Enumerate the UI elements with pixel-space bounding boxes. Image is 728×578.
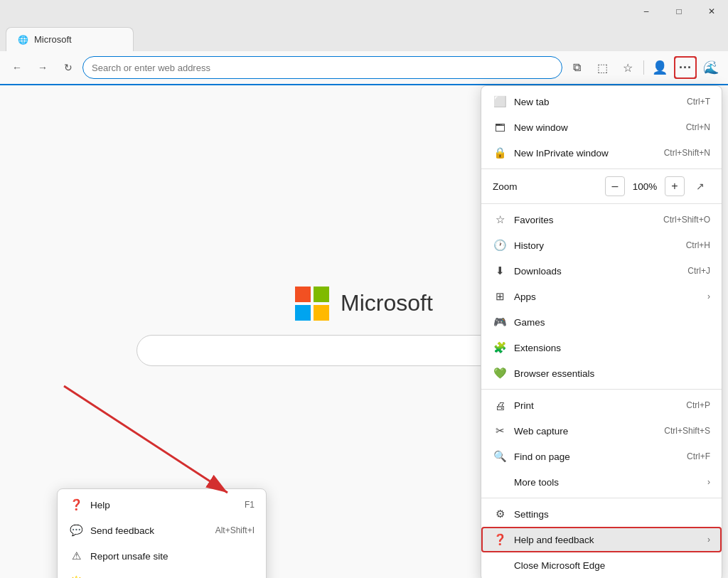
back-button[interactable]: ← [6, 56, 28, 79]
toolbar-divider [643, 60, 644, 75]
whats-new-icon: 🌟 [69, 575, 83, 578]
profile-icon: 👤 [652, 60, 668, 75]
titlebar: – □ ✕ [0, 0, 728, 23]
print-icon: 🖨 [493, 400, 507, 412]
help-submenu-shortcut-help: F1 [245, 500, 255, 510]
menu-label-settings: Settings [514, 509, 710, 520]
menu-divider-2 [481, 203, 722, 204]
help-submenu: ❓ Help F1 💬 Send feedback Alt+Shift+I ⚠ … [57, 488, 267, 578]
menu-item-new-tab[interactable]: ⬜ New tab Ctrl+T [481, 89, 722, 114]
more-tools-icon: ··· [679, 60, 692, 75]
menu-item-close-edge[interactable]: Close Microsoft Edge [481, 552, 722, 578]
more-tools-button[interactable]: ··· [674, 56, 697, 79]
inprivate-icon: 🔒 [493, 146, 507, 159]
menu-item-games[interactable]: 🎮 Games [481, 309, 722, 335]
ms-logo-yellow [314, 305, 329, 321]
games-icon: 🎮 [493, 316, 507, 328]
menu-item-downloads[interactable]: ⬇ Downloads Ctrl+J [481, 258, 722, 284]
menu-shortcut-new-inprivate: Ctrl+Shift+N [664, 148, 710, 158]
menu-shortcut-favorites: Ctrl+Shift+O [663, 215, 710, 225]
menu-item-new-inprivate[interactable]: 🔒 New InPrivate window Ctrl+Shift+N [481, 140, 722, 166]
menu-shortcut-find-on-page: Ctrl+F [687, 451, 710, 461]
history-icon: 🕐 [493, 239, 507, 252]
menu-label-extensions: Extensions [514, 343, 710, 353]
menu-item-more-tools[interactable]: More tools › [481, 469, 722, 495]
menu-item-help-and-feedback[interactable]: ❓ Help and feedback › ❓ Help F1 💬 Send f… [481, 527, 722, 552]
menu-item-web-capture[interactable]: ✂ Web capture Ctrl+Shift+S [481, 418, 722, 444]
web-capture-icon: ✂ [493, 424, 507, 437]
menu-item-print[interactable]: 🖨 Print Ctrl+P [481, 392, 722, 418]
minimize-button[interactable]: – [630, 0, 663, 23]
more-tools-arrow: › [707, 477, 710, 487]
close-button[interactable]: ✕ [695, 0, 728, 23]
menu-label-browser-essentials: Browser essentials [514, 368, 710, 379]
zoom-out-button[interactable]: – [605, 176, 625, 196]
menu-item-new-window[interactable]: 🗔 New window Ctrl+N [481, 114, 722, 140]
screenshot-button[interactable]: ⬚ [591, 56, 614, 79]
ms-logo-green [314, 287, 329, 302]
forward-button[interactable]: → [31, 56, 54, 79]
address-bar[interactable] [82, 56, 562, 79]
apps-arrow: › [707, 291, 710, 301]
help-submenu-shortcut-send-feedback: Alt+Shift+I [215, 525, 255, 535]
zoom-in-button[interactable]: + [665, 176, 685, 196]
downloads-icon: ⬇ [493, 264, 507, 277]
send-feedback-icon: 💬 [69, 524, 83, 537]
collections-button[interactable]: ☆ [616, 56, 639, 79]
menu-item-settings[interactable]: ⚙ Settings [481, 501, 722, 527]
zoom-fullscreen-button[interactable]: ↗ [690, 176, 710, 196]
zoom-value: 100% [631, 181, 659, 192]
collections-icon: ☆ [623, 61, 633, 75]
menu-label-history: History [514, 240, 680, 251]
menu-label-new-tab: New tab [514, 97, 681, 107]
refresh-button[interactable]: ↻ [57, 56, 80, 79]
menu-label-help-and-feedback: Help and feedback [514, 535, 705, 545]
split-screen-button[interactable]: ⧉ [565, 56, 588, 79]
ms-logo-red [295, 287, 311, 302]
edge-extension-button[interactable]: 🌊 [700, 56, 722, 79]
menu-divider-1 [481, 168, 722, 169]
maximize-button[interactable]: □ [663, 0, 695, 23]
menu-label-web-capture: Web capture [514, 426, 658, 437]
ms-logo-text: Microsoft [341, 290, 433, 316]
menu-label-more-tools: More tools [514, 477, 705, 488]
help-submenu-send-feedback[interactable]: 💬 Send feedback Alt+Shift+I [58, 518, 266, 543]
edge-icon: 🌊 [703, 60, 719, 75]
browser-essentials-icon: 💚 [493, 367, 507, 380]
menu-label-apps: Apps [514, 291, 705, 302]
menu-label-new-inprivate: New InPrivate window [514, 148, 658, 159]
active-tab[interactable]: 🌐 Microsoft [6, 27, 134, 51]
menu-item-browser-essentials[interactable]: 💚 Browser essentials [481, 360, 722, 386]
settings-icon: ⚙ [493, 508, 507, 520]
profile-button[interactable]: 👤 [648, 56, 671, 79]
zoom-controls: – 100% + ↗ [605, 176, 710, 196]
help-submenu-report-unsafe[interactable]: ⚠ Report unsafe site [58, 543, 266, 569]
zoom-label: Zoom [493, 181, 605, 192]
help-submenu-whats-new[interactable]: 🌟 What's new and tips [58, 569, 266, 578]
toolbar: ← → ↻ ⧉ ⬚ ☆ 👤 ··· 🌊 [0, 51, 728, 85]
toolbar-right: ⧉ ⬚ ☆ 👤 ··· 🌊 [565, 56, 722, 79]
extensions-icon: 🧩 [493, 341, 507, 354]
ms-logo-area: Microsoft [295, 287, 433, 321]
menu-item-extensions[interactable]: 🧩 Extensions [481, 335, 722, 360]
nav-controls: ← → ↻ [6, 56, 80, 79]
menu-item-history[interactable]: 🕐 History Ctrl+H [481, 232, 722, 258]
menu-item-find-on-page[interactable]: 🔍 Find on page Ctrl+F [481, 444, 722, 469]
menu-item-apps[interactable]: ⊞ Apps › [481, 284, 722, 309]
menu-shortcut-history: Ctrl+H [686, 240, 710, 250]
menu-shortcut-downloads: Ctrl+J [687, 266, 710, 276]
menu-label-print: Print [514, 400, 680, 411]
tab-favicon: 🌐 [18, 35, 28, 45]
menu-shortcut-new-tab: Ctrl+T [687, 97, 710, 107]
apps-icon: ⊞ [493, 290, 507, 303]
help-icon: ❓ [69, 498, 83, 511]
help-submenu-help[interactable]: ❓ Help F1 [58, 492, 266, 518]
menu-item-favorites[interactable]: ☆ Favorites Ctrl+Shift+O [481, 207, 722, 232]
split-screen-icon: ⧉ [573, 61, 581, 74]
menu-label-downloads: Downloads [514, 266, 682, 277]
menu-shortcut-web-capture: Ctrl+Shift+S [664, 426, 710, 436]
zoom-row: Zoom – 100% + ↗ [481, 172, 722, 200]
help-submenu-label-help: Help [90, 500, 239, 510]
screenshot-icon: ⬚ [597, 61, 608, 75]
help-feedback-arrow: › [707, 535, 710, 545]
